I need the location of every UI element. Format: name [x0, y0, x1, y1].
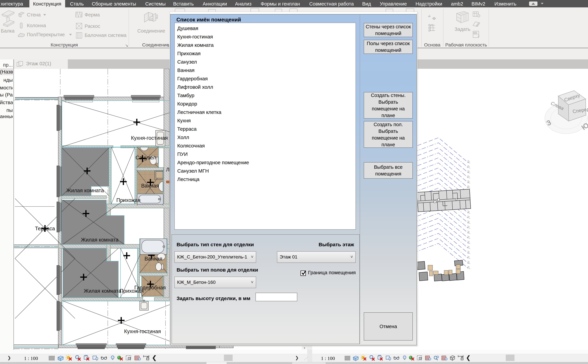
svg-text:Ванная: Ванная — [141, 183, 159, 189]
svg-text:Гардеробная: Гардеробная — [134, 285, 166, 291]
svg-text:Жилая комната: Жилая комната — [66, 188, 104, 193]
svg-text:Прихожая: Прихожая — [116, 197, 140, 203]
svg-text:Кухня-гостиная: Кухня-гостиная — [124, 328, 161, 334]
svg-text:Ванная: Ванная — [145, 256, 162, 262]
svg-text:Жилая комната: Жилая комната — [81, 237, 119, 243]
svg-text:Жилая комната: Жилая комната — [84, 288, 122, 294]
svg-text:Кухня-гостиная: Кухня-гостиная — [131, 135, 168, 141]
svg-text:Терраса: Терраса — [35, 226, 55, 232]
svg-text:1: 1 — [429, 15, 430, 17]
svg-text:❮: ❮ — [152, 355, 157, 361]
svg-text:❮: ❮ — [466, 355, 470, 361]
svg-text:Санузел: Санузел — [136, 155, 156, 161]
